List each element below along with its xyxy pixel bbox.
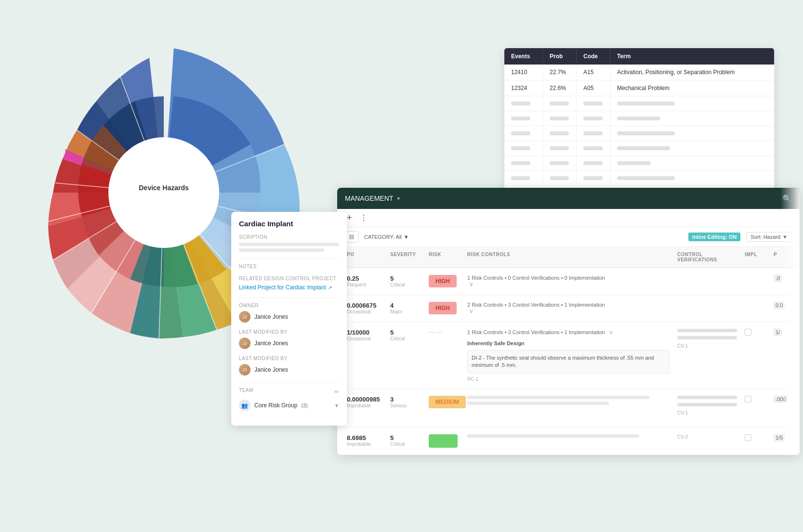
impl-cell-2 [741,327,770,337]
category-badge[interactable]: CATEGORY: All ▼ [364,234,409,240]
po-label-0: Frequent [347,282,382,287]
cv-cell-1 [673,300,741,304]
risk-row-3[interactable]: 0.00000985 Improbable 3 Serious MEDIUM C… [337,389,800,428]
cv-row-3b [677,403,737,406]
more-button[interactable]: ⋮ [360,213,368,222]
svg-point-13 [108,137,219,248]
severity-cell-1: 4 Major [386,300,425,316]
last-modified-avatar: JJ [239,337,250,349]
cv-2-label-4: CV-2 [677,434,737,440]
cv-cell-2: CV-1 [673,327,741,350]
sort-text: Sort: Hazard [750,234,780,240]
team-edit-icon[interactable]: ✏ [334,389,339,395]
owner-row: JJ Janice Jones [239,311,339,323]
events-table: Events Prob Code Term 12410 22.7% A15 Ac… [504,48,774,200]
last-modified-label: Last Modified By [239,329,339,335]
cv-cell-0 [673,273,741,277]
events-row-skeleton-6 [504,171,774,186]
p-cell-1: 0.0 [770,300,794,311]
risk-row-2[interactable]: 1/10000 Occasional 5 Critical — — 1 Risk… [337,322,800,389]
panel-title: Cardiac Implant [239,220,339,228]
nav-search-icon[interactable]: 🔍 [782,194,792,203]
team-icon: 👥 [239,400,250,411]
controls-skeleton-4a [467,434,639,438]
last-modified2-section: Last Modified By JJ Janice Jones [239,356,339,376]
sort-chevron-icon: ▼ [782,234,788,240]
team-row[interactable]: 👥 Core Risk Group (3) ▼ [239,400,339,411]
controls-cell-2: 1 Risk Controls • 3 Control Verification… [463,327,673,384]
po-value-2: 1/10000 [347,329,382,336]
events-row-1: 12324 22.6% A05 Mechanical Problem [504,80,774,96]
divider-1 [239,259,339,259]
term-cell-1: Mechanical Problem [610,80,774,96]
events-row-skeleton-1 [504,96,774,111]
impl-cell-4 [741,432,770,443]
design-input-box: DI-2 - The synthetic seal should observe… [467,350,670,374]
p-value-1: 0.0 [774,301,785,309]
related-project-label: Related Design Control Project [239,276,339,281]
related-project-section: Related Design Control Project Linked Pr… [239,276,339,291]
controls-cell-1: 2 Risk Controls • 3 Control Verification… [463,300,673,316]
risk-cell-1: HIGH [425,300,463,316]
filter-icon: ⊟ [349,234,354,240]
events-row-skeleton-3 [504,126,774,141]
toolbar: + ⋮ [337,209,800,227]
cv-skeleton-3b [677,403,737,406]
filter-button[interactable]: ⊟ [345,231,358,243]
events-row-skeleton-4 [504,141,774,156]
notes-section: Notes [239,264,339,269]
impl-checkbox-4[interactable] [745,434,751,441]
severity-label-0: Critical [390,282,421,287]
p-value-3: .000 [774,395,788,403]
category-chevron-icon: ▼ [404,234,409,240]
severity-label-1: Major [390,309,421,314]
p-value-4: 1/5 [774,434,785,441]
po-label-2: Occasional [347,336,382,341]
p-value-0: .0 [774,274,782,282]
control-verif-header: CONTROL VERIFICATIONS [673,247,741,267]
events-row-skeleton-5 [504,156,774,171]
expand-chevron-2[interactable]: ∨ [609,329,613,336]
cv-row-3a [677,396,737,399]
cv-cell-4: CV-2 [673,432,741,441]
side-panel: Cardiac Implant scription Notes Related … [231,212,347,426]
po-label-4: Improbable [347,441,382,447]
impl-checkbox-3[interactable] [745,396,751,402]
risk-row-0[interactable]: 0.25 Frequent 5 Critical HIGH 1 Risk Con… [337,268,800,295]
severity-value-0: 5 [390,275,421,282]
desc-skeleton-1 [239,243,339,246]
severity-value-3: 3 [390,396,421,403]
expand-chevron-1[interactable]: ∨ [469,308,474,314]
risk-table-header: Po SEVERITY RISK RISK CONTROLS CONTROL V… [337,247,800,268]
team-section: Team ✏ 👥 Core Risk Group (3) ▼ [239,388,339,411]
team-section-header: Team ✏ [239,388,339,396]
risk-row-4[interactable]: 8.6985 Improbable 5 Critical CV-2 1/5 [337,428,800,455]
risk-row-1[interactable]: 0.0006675 Occasional 4 Major HIGH 2 Risk… [337,295,800,322]
description-label: scription [239,234,339,240]
filter-toolbar: ⊟ CATEGORY: All ▼ Inline Editing: ON Sor… [337,227,800,247]
p-header: P [770,247,794,267]
related-project-link[interactable]: Linked Project for Cardiac Implant ↗ [239,284,339,291]
controls-skeleton-3a [467,396,649,399]
risk-cell-4 [425,432,463,450]
term-cell-0: Activation, Positioning, or Separation P… [610,65,774,80]
sort-button[interactable]: Sort: Hazard ▼ [746,232,792,242]
po-cell-2: 1/10000 Occasional [343,327,386,343]
prob-col-header: Prob [543,48,577,65]
events-row-skeleton-2 [504,111,774,126]
last-modified2-name: Janice Jones [254,366,288,373]
risk-cell-2: — — [425,327,463,337]
cv-cell-3: CV-1 [673,394,741,417]
events-col-header: Events [504,48,543,65]
risk-cell-0: HIGH [425,273,463,289]
expand-chevron-0[interactable]: ∨ [469,281,474,287]
prob-cell-0: 22.7% [543,65,577,80]
team-chevron-icon[interactable]: ▼ [334,403,339,408]
impl-checkbox-2[interactable] [745,329,751,336]
po-cell-1: 0.0006675 Occasional [343,300,386,316]
controls-cell-3 [463,394,673,409]
notes-label: Notes [239,264,339,269]
team-label: Team [239,388,253,393]
code-cell-0: A15 [577,65,610,80]
inline-editing-badge[interactable]: Inline Editing: ON [688,233,740,241]
